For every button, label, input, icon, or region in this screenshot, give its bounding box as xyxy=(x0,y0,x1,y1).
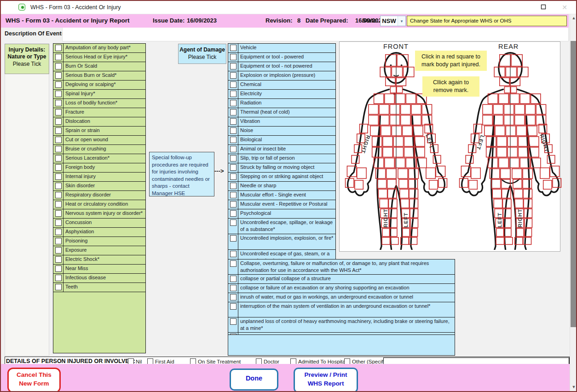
checkbox[interactable] xyxy=(55,210,62,217)
checkbox[interactable] xyxy=(230,91,237,97)
body-square[interactable] xyxy=(502,189,511,198)
body-square[interactable] xyxy=(390,86,396,93)
body-square[interactable] xyxy=(523,179,531,188)
body-square[interactable] xyxy=(497,147,507,157)
scrollbar-thumb[interactable] xyxy=(571,41,577,327)
body-square[interactable] xyxy=(497,137,507,146)
checkbox[interactable] xyxy=(55,173,62,180)
checkbox[interactable] xyxy=(230,276,237,282)
body-square[interactable] xyxy=(509,94,519,104)
body-square[interactable] xyxy=(390,237,398,245)
checkbox[interactable] xyxy=(55,201,62,208)
body-square[interactable] xyxy=(540,168,549,179)
checkbox[interactable] xyxy=(55,91,62,97)
agent-other-textarea[interactable] xyxy=(228,334,455,356)
checkbox[interactable] xyxy=(230,318,237,325)
body-square[interactable] xyxy=(515,199,523,208)
checkbox[interactable] xyxy=(230,127,237,134)
body-square[interactable] xyxy=(390,115,399,125)
body-square[interactable] xyxy=(509,158,519,167)
checkbox[interactable] xyxy=(230,192,237,198)
body-square[interactable] xyxy=(512,169,522,179)
body-square[interactable] xyxy=(460,179,468,187)
body-square[interactable] xyxy=(401,115,410,125)
body-square[interactable] xyxy=(523,189,532,198)
body-square[interactable] xyxy=(500,55,511,66)
preview-print-button[interactable]: Preview / Print WHS Report xyxy=(294,368,358,392)
body-square[interactable] xyxy=(553,179,561,187)
body-square[interactable] xyxy=(527,126,537,136)
body-square[interactable] xyxy=(406,94,415,104)
checkbox[interactable] xyxy=(230,63,237,69)
checkbox[interactable] xyxy=(230,235,237,242)
checkbox[interactable] xyxy=(55,63,62,69)
body-square[interactable] xyxy=(415,137,425,146)
checkbox[interactable] xyxy=(55,192,62,198)
body-square[interactable] xyxy=(355,180,363,189)
checkbox[interactable] xyxy=(230,118,237,125)
checkbox[interactable] xyxy=(230,54,237,60)
close-icon[interactable]: ✕ xyxy=(560,4,569,11)
checkbox[interactable] xyxy=(230,81,237,88)
checkbox[interactable] xyxy=(230,100,237,106)
body-square[interactable] xyxy=(403,228,410,236)
body-square[interactable] xyxy=(508,147,517,157)
body-square[interactable] xyxy=(506,67,516,77)
body-square[interactable] xyxy=(517,228,524,236)
body-square[interactable] xyxy=(346,179,354,187)
body-square[interactable] xyxy=(403,126,412,136)
checkbox[interactable] xyxy=(55,54,62,60)
scroll-up-icon[interactable]: ▲ xyxy=(570,14,577,22)
body-square[interactable] xyxy=(496,228,504,236)
body-square[interactable] xyxy=(492,189,501,198)
checkbox[interactable] xyxy=(230,285,237,291)
body-square[interactable] xyxy=(387,169,396,179)
body-square[interactable] xyxy=(525,104,535,114)
body-square[interactable] xyxy=(378,189,387,198)
checkbox[interactable] xyxy=(230,137,237,143)
chevron-down-icon[interactable]: ▾ xyxy=(398,16,405,26)
body-square[interactable] xyxy=(495,126,505,136)
body-square[interactable] xyxy=(504,86,510,93)
body-square[interactable] xyxy=(499,94,508,104)
body-square[interactable] xyxy=(379,104,389,114)
checkbox[interactable] xyxy=(55,155,62,161)
body-square[interactable] xyxy=(369,104,378,114)
body-square[interactable] xyxy=(409,179,417,188)
body-square[interactable] xyxy=(494,199,502,208)
body-square[interactable] xyxy=(383,147,392,157)
maximize-icon[interactable] xyxy=(539,4,548,11)
checkbox[interactable] xyxy=(55,256,62,263)
body-square[interactable] xyxy=(426,168,435,179)
body-square[interactable] xyxy=(393,137,403,146)
checkbox[interactable] xyxy=(230,173,237,180)
checkbox[interactable] xyxy=(55,284,62,290)
body-square[interactable] xyxy=(529,137,539,146)
checkbox[interactable] xyxy=(230,219,237,226)
body-square[interactable] xyxy=(483,104,492,114)
body-square[interactable] xyxy=(409,189,418,198)
body-square[interactable] xyxy=(543,180,552,189)
checkbox[interactable] xyxy=(55,45,62,51)
body-square[interactable] xyxy=(401,104,410,114)
checkbox[interactable] xyxy=(230,260,237,267)
body-square[interactable] xyxy=(508,137,517,146)
body-square[interactable] xyxy=(504,104,514,114)
body-square[interactable] xyxy=(400,189,409,198)
checkbox[interactable] xyxy=(55,164,62,171)
body-square[interactable] xyxy=(504,115,514,125)
checkbox[interactable] xyxy=(55,183,62,189)
body-square[interactable] xyxy=(404,147,414,157)
body-square[interactable] xyxy=(397,86,403,93)
body-square[interactable] xyxy=(382,237,390,245)
checkbox[interactable] xyxy=(55,81,62,88)
checkbox[interactable] xyxy=(230,109,237,115)
body-square[interactable] xyxy=(385,94,394,104)
checkbox[interactable] xyxy=(55,247,62,254)
cancel-form-button[interactable]: Cancel This New Form xyxy=(7,368,61,392)
body-square[interactable] xyxy=(369,115,378,125)
body-square[interactable] xyxy=(377,179,386,188)
checkbox[interactable] xyxy=(55,127,62,134)
checkbox[interactable] xyxy=(55,100,62,106)
body-square[interactable] xyxy=(469,180,477,189)
